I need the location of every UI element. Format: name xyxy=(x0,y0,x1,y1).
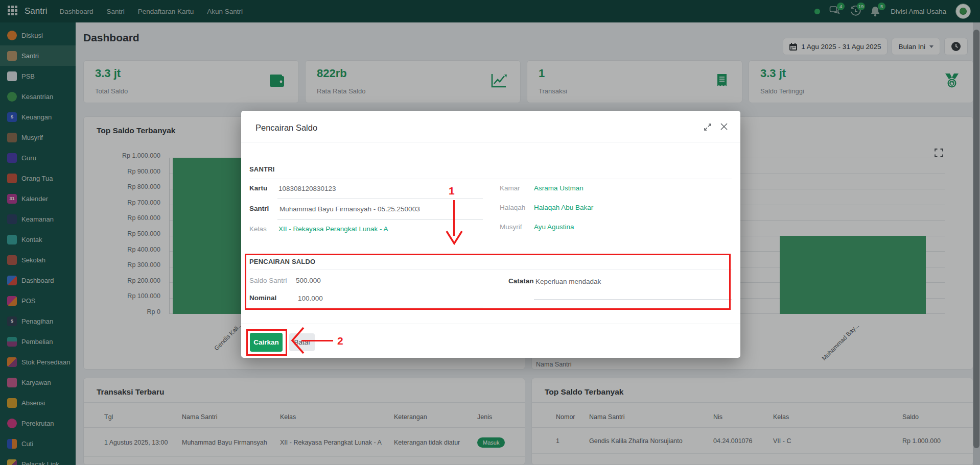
halaqah-link[interactable]: Halaqah Abu Bakar xyxy=(534,204,593,211)
annotation-step-2: 2 xyxy=(337,335,343,347)
kelas-link[interactable]: XII - Rekayasa Perangkat Lunak - A xyxy=(278,225,388,233)
divider xyxy=(241,324,740,324)
kelas-label: Kelas xyxy=(249,225,267,233)
kamar-link[interactable]: Asrama Ustman xyxy=(534,184,584,192)
annotation-box-pencairan xyxy=(245,254,731,310)
halaqah-label: Halaqah xyxy=(500,204,525,211)
kamar-label: Kamar xyxy=(500,184,520,192)
santri-label: Santri xyxy=(249,205,269,212)
kartu-input[interactable]: 108308120830123 xyxy=(278,185,336,192)
divider xyxy=(241,142,740,142)
musyrif-label: Musyrif xyxy=(500,223,522,231)
app-root: Santri Dashboard Santri Pendaftaran Kart… xyxy=(0,0,980,465)
input-underline xyxy=(277,219,483,219)
pencairan-saldo-modal: Pencairan Saldo SANTRI Kartu 10830812083… xyxy=(241,111,740,358)
musyrif-link[interactable]: Ayu Agustina xyxy=(534,223,574,231)
kartu-label: Kartu xyxy=(249,184,267,192)
santri-input[interactable]: Muhammad Bayu Firmansyah - 05.25.250003 xyxy=(279,205,420,213)
expand-icon[interactable] xyxy=(704,123,712,133)
divider xyxy=(249,179,732,179)
annotation-arrow-1-head xyxy=(445,230,463,246)
annotation-arrow-2-head xyxy=(290,326,307,355)
input-underline xyxy=(277,199,483,199)
modal-title: Pencairan Saldo xyxy=(255,123,317,133)
close-icon[interactable] xyxy=(720,123,728,133)
annotation-step-1: 1 xyxy=(449,185,455,197)
section-santri-header: SANTRI xyxy=(249,165,275,173)
annotation-box-cairkan xyxy=(246,329,287,356)
